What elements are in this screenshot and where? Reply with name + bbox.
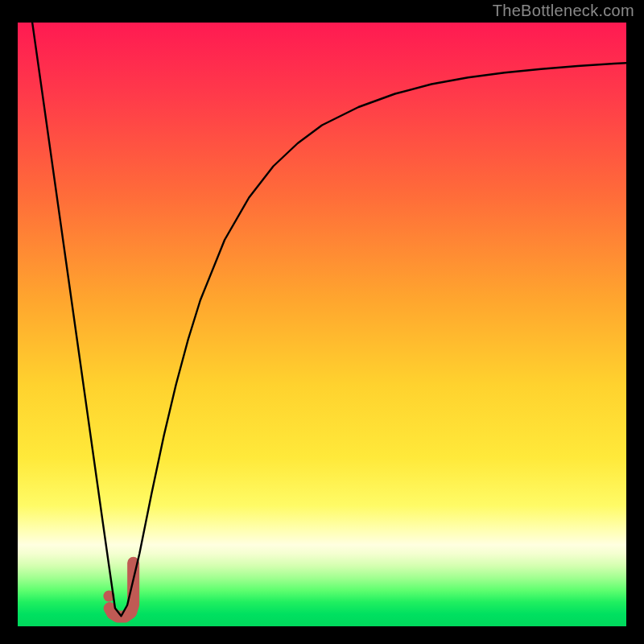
plot-area <box>18 23 626 626</box>
chart-stage: TheBottleneck.com <box>0 0 644 644</box>
bottleneck-curve <box>18 23 626 626</box>
watermark-text: TheBottleneck.com <box>493 2 634 20</box>
